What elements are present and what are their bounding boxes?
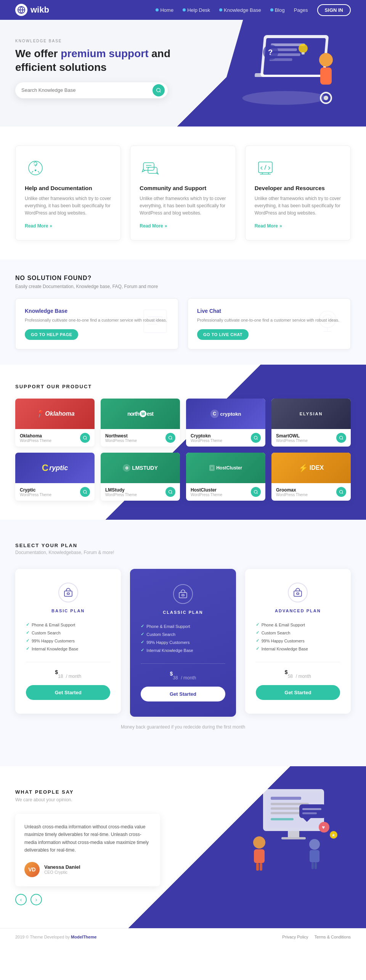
pricing-classic-period: / month — [181, 675, 196, 681]
product-smartowl-thumb: ELYSIAN — [271, 399, 351, 429]
svg-rect-59 — [310, 850, 319, 862]
solution-kb-card: Knowledge Base Professionally cultivate … — [15, 298, 178, 350]
footer-right: Privacy Policy Terms & Conditions — [282, 935, 351, 939]
pricing-basic-features: Phone & Email Support Custom Search 99% … — [26, 621, 110, 653]
product-hostcluster-name: HostCluster — [191, 487, 222, 493]
product-oklahoma-search[interactable] — [80, 433, 90, 443]
price-divider — [26, 662, 110, 662]
product-cryptokn-search[interactable] — [251, 433, 261, 443]
product-smartowl-search[interactable] — [336, 433, 346, 443]
nav-dot-helpdesk — [183, 8, 186, 11]
pricing-subtitle: Documentation, Knowledgebase, Forum & mo… — [15, 550, 351, 555]
svg-point-18 — [29, 161, 42, 175]
site-footer: 2019 © Theme Developed by ModelTheme Pri… — [0, 928, 366, 945]
pricing-advanced-name: ADVANCED PLAN — [256, 608, 340, 613]
testimonial-svg: ♥ ★ — [240, 781, 347, 873]
feature-item: 99% Happy Customers — [141, 638, 225, 646]
svg-text:?: ? — [268, 48, 273, 56]
footer-left: 2019 © Theme Developed by ModelTheme — [15, 935, 96, 939]
testimonial-illustration: ♥ ★ — [240, 781, 355, 881]
footer-terms-link[interactable]: Terms & Conditions — [315, 935, 351, 939]
support-section: SUPPORT OUR PRODUCT 📍 Oklahoma Oklahoma … — [0, 365, 366, 520]
solution-chat-button[interactable]: GO TO LIVE CHAT — [197, 329, 249, 340]
pricing-advanced-features: Phone & Email Support Custom Search 99% … — [256, 621, 340, 653]
logo-icon — [15, 4, 27, 16]
feature-item: Phone & Email Support — [141, 622, 225, 630]
nav-kb[interactable]: Knowledge Base — [219, 7, 261, 13]
product-lmstudy-name: LMStudy — [105, 487, 137, 493]
hero-title-bold: premium support — [61, 48, 148, 59]
card-dev-resources-title: Developer and Resources — [255, 185, 341, 191]
product-oklahoma-type: WordPress Theme — [20, 439, 51, 443]
footer-brand-link[interactable]: ModelTheme — [71, 935, 96, 939]
nav-pages[interactable]: Pages — [294, 7, 308, 13]
prev-testimonial-button[interactable]: ‹ — [15, 894, 27, 905]
testimonials-section: WHAT PEOPLE SAY We care about your opini… — [0, 766, 366, 928]
svg-rect-42 — [182, 594, 184, 596]
card-community-desc: Unlike other frameworks which try to cov… — [140, 195, 226, 217]
svg-text:★: ★ — [331, 833, 336, 838]
main-nav: Home Help Desk Knowledge Base Blog Pages… — [156, 4, 351, 16]
logo-text: wikb — [30, 5, 49, 15]
pricing-classic-button[interactable]: Get Started — [141, 687, 225, 701]
author-details: Vanessa Daniel CEO Cryptic — [44, 864, 80, 874]
product-northwest-search[interactable] — [165, 433, 175, 443]
pricing-basic-name: BASIC PLAN — [26, 608, 110, 613]
card-help-docs-title: Help and Documentation — [25, 185, 111, 191]
pricing-cards: BASIC PLAN Phone & Email Support Custom … — [15, 569, 351, 717]
pricing-advanced-button[interactable]: Get Started — [256, 685, 340, 700]
svg-rect-20 — [143, 163, 154, 170]
product-groomax-info: Groomax WordPress Theme — [271, 483, 351, 501]
product-cryptic-type: WordPress Theme — [20, 493, 51, 497]
nav-helpdesk[interactable]: Help Desk — [183, 7, 210, 13]
solution-kb-button[interactable]: GO TO HELP PAGE — [25, 329, 78, 340]
product-cryptic-name: Cryptic — [20, 487, 51, 493]
svg-rect-25 — [144, 310, 167, 333]
svg-point-36 — [169, 490, 172, 493]
no-solution-title: NO SOLUTION FOUND? — [15, 275, 351, 282]
card-community-link[interactable]: Read More — [140, 223, 226, 229]
pricing-classic-features: Phone & Email Support Custom Search 99% … — [141, 622, 225, 654]
svg-rect-62 — [299, 804, 326, 818]
product-lmstudy-search[interactable] — [165, 487, 175, 497]
svg-rect-44 — [297, 593, 299, 594]
svg-point-31 — [83, 436, 87, 439]
svg-rect-39 — [64, 591, 72, 596]
svg-rect-55 — [254, 849, 265, 863]
pricing-title: SELECT YOUR PLAN — [15, 543, 351, 548]
pricing-advanced-price: $58 / month — [256, 668, 340, 681]
product-hostcluster-thumb: ≡ HostCluster — [186, 453, 265, 483]
nav-home[interactable]: Home — [156, 7, 173, 13]
nav-blog[interactable]: Blog — [270, 7, 285, 13]
feature-item: Phone & Email Support — [256, 621, 340, 629]
product-groomax-search[interactable] — [336, 487, 346, 497]
logo[interactable]: wikb — [15, 4, 49, 16]
product-cryptic-search[interactable] — [80, 487, 90, 497]
next-testimonial-button[interactable]: › — [30, 894, 42, 905]
product-oklahoma-logo: Oklahoma — [45, 410, 74, 417]
pricing-basic-button[interactable]: Get Started — [26, 685, 110, 700]
product-groomax-name: Groomax — [276, 487, 308, 493]
no-solution-section: NO SOLUTION FOUND? Easily create Documen… — [0, 259, 366, 365]
product-hostcluster-search[interactable] — [251, 487, 261, 497]
card-help-docs-link[interactable]: Read More — [25, 223, 111, 229]
svg-point-34 — [340, 436, 343, 439]
card-community-title: Community and Support — [140, 185, 226, 191]
svg-point-29 — [319, 311, 336, 328]
dev-resources-icon — [255, 157, 276, 179]
svg-point-54 — [253, 836, 265, 849]
hero-content: KNOWLEDGE BASE We offer premium support … — [15, 39, 198, 98]
card-dev-resources-link[interactable]: Read More — [255, 223, 341, 229]
search-button[interactable] — [152, 84, 165, 96]
product-cryptic-info: Cryptic WordPress Theme — [15, 483, 95, 501]
nav-dot-home — [156, 8, 159, 11]
svg-point-38 — [340, 490, 343, 493]
svg-rect-65 — [302, 812, 317, 814]
sign-in-button[interactable]: SIGN IN — [317, 4, 351, 16]
pricing-classic-price: $38 / month — [141, 670, 225, 682]
search-input[interactable] — [21, 87, 152, 93]
product-cryptokn-info: Cryptokn WordPress Theme — [186, 429, 265, 447]
svg-point-2 — [241, 91, 327, 105]
pricing-advanced-icon — [288, 583, 308, 602]
footer-privacy-link[interactable]: Privacy Policy — [282, 935, 308, 939]
